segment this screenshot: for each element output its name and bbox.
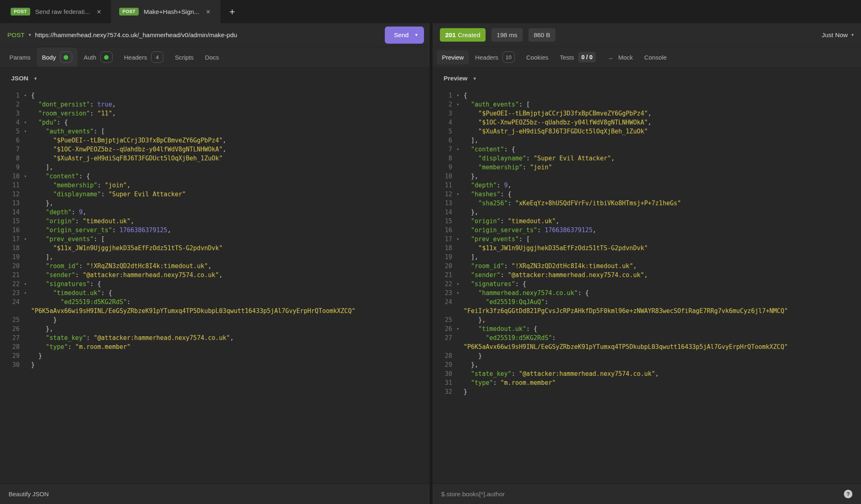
code-line[interactable]: 22▾"signatures": { [0, 280, 430, 289]
code-line[interactable]: 6], [433, 136, 861, 145]
code-line[interactable]: 5▾"auth_events": [ [0, 127, 430, 136]
response-tab-console[interactable]: Console [639, 50, 672, 64]
code-line[interactable]: 18"$11x_JW1n9UjggjhekD35aEfFzOdz51tTS-G2… [433, 244, 861, 253]
code-line[interactable]: 19], [0, 253, 430, 262]
code-line[interactable]: 8"displayname": "Super Evil Attacker", [433, 154, 861, 163]
code-line[interactable]: 20"room_id": "!XRqZN3zQD2dtHc8I4k:timedo… [0, 262, 430, 271]
request-tab-scripts[interactable]: Scripts [169, 50, 199, 64]
fold-caret-icon[interactable]: ▾ [452, 100, 464, 109]
beautify-json-button[interactable]: Beautify JSON [9, 491, 49, 497]
code-line[interactable]: 10▾"content": { [0, 172, 430, 181]
code-line[interactable]: 23▾"hammerhead.nexy7574.co.uk": { [433, 289, 861, 298]
code-line[interactable]: 26▾"timedout.uk": { [433, 324, 861, 333]
code-line[interactable]: 12▾"hashes": { [433, 190, 861, 199]
request-tab-docs[interactable]: Docs [200, 50, 224, 64]
code-line[interactable]: 24"ed25519:d5KG2RdS": [0, 298, 430, 306]
url-input[interactable]: https://hammerhead.nexy7574.co.uk/_hamme… [35, 31, 381, 39]
code-line[interactable]: 22▾"signatures": { [433, 280, 861, 289]
code-line[interactable]: 7"$1OC-XnwPEOZ5bz--qUahdbz-y04lfWdV8gNTL… [0, 145, 430, 154]
request-body-editor[interactable]: 1▾{2"dont_persist": true,3"room_version"… [0, 89, 430, 484]
code-line[interactable]: 2▾"auth_events": [ [433, 100, 861, 109]
fold-caret-icon[interactable]: ▾ [20, 127, 31, 136]
code-line[interactable]: 15"origin": "timedout.uk", [433, 217, 861, 226]
response-tab-headers[interactable]: Headers10 [470, 48, 520, 67]
code-line[interactable]: 3"room_version": "11", [0, 109, 430, 118]
code-line[interactable]: 5"$XuAstr_j-eH9diSqF8J6T3FGDUct5lOqXjBeh… [433, 127, 861, 136]
code-line[interactable]: 28} [433, 351, 861, 360]
help-icon[interactable]: ? [844, 490, 852, 498]
request-tab-params[interactable]: Params [4, 50, 36, 64]
response-tab-preview[interactable]: Preview [437, 50, 469, 64]
request-tab-body[interactable]: Body [37, 48, 78, 67]
code-line[interactable]: 13}, [0, 199, 430, 208]
new-tab-button[interactable]: + [220, 0, 244, 23]
code-line[interactable]: 1▾{ [433, 91, 861, 100]
code-line[interactable]: 16"origin_server_ts": 1766386379125, [433, 226, 861, 235]
code-line[interactable]: 30"state_key": "@attacker:hammerhead.nex… [433, 369, 861, 378]
code-line[interactable]: 21"sender": "@attacker:hammerhead.nexy75… [0, 271, 430, 280]
code-line[interactable]: 14}, [433, 208, 861, 217]
jsonpath-filter-input[interactable]: $.store.books[*].author [441, 491, 839, 498]
code-line[interactable]: 28"type": "m.room.member" [0, 342, 430, 351]
workspace-tab[interactable]: POSTSend raw federati...✕ [2, 0, 111, 23]
request-tab-auth[interactable]: Auth [78, 48, 118, 67]
pane-resize-handle[interactable] [430, 23, 433, 504]
code-line[interactable]: 8"$XuAstr_j-eH9diSqF8J6T3FGDUct5lOqXjBeh… [0, 154, 430, 163]
code-line[interactable]: 25} [0, 315, 430, 324]
code-line[interactable]: 4▾"pdu": { [0, 118, 430, 127]
request-tab-headers[interactable]: Headers4 [119, 48, 169, 67]
code-line-wrap[interactable]: "P6K5aAvx66wi9sH9INL/EeGSyZRbzeK91pYTumx… [0, 306, 430, 315]
code-line[interactable]: 11"depth": 9, [433, 181, 861, 190]
fold-caret-icon[interactable]: ▾ [20, 118, 31, 127]
fold-caret-icon[interactable]: ▾ [452, 280, 464, 289]
chevron-down-icon[interactable]: ▾ [34, 76, 37, 81]
response-tab-cookies[interactable]: Cookies [521, 50, 554, 64]
code-line[interactable]: 18"$11x_JW1n9UjggjhekD35aEfFzOdz51tTS-G2… [0, 244, 430, 253]
code-line[interactable]: 17▾"prev_events": [ [433, 235, 861, 244]
code-line[interactable]: 32} [433, 387, 861, 396]
code-line[interactable]: 10}, [433, 172, 861, 181]
code-line[interactable]: 9"membership": "join" [433, 163, 861, 172]
code-line[interactable]: 25}, [433, 315, 861, 324]
code-line[interactable]: 4"$1OC-XnwPEOZ5bz--qUahdbz-y04lfWdV8gNTL… [433, 118, 861, 127]
fold-caret-icon[interactable]: ▾ [20, 91, 31, 100]
close-icon[interactable]: ✕ [204, 8, 212, 16]
preview-mode-select[interactable]: Preview [444, 75, 468, 82]
chevron-down-icon[interactable]: ▾ [29, 32, 31, 38]
chevron-down-icon[interactable]: ▾ [415, 32, 417, 38]
code-line[interactable]: 6"$PueOEI--tLBmjptjaCCrj3D3fxBpCBmveZY6G… [0, 136, 430, 145]
chevron-down-icon[interactable]: ▾ [474, 76, 476, 81]
response-history-dropdown[interactable]: Just Now ▾ [822, 31, 854, 39]
request-method-select[interactable]: POST [7, 31, 24, 39]
fold-caret-icon[interactable]: ▾ [20, 172, 31, 181]
workspace-tab[interactable]: POSTMake+Hash+Sign...✕ [111, 0, 220, 23]
fold-caret-icon[interactable]: ▾ [20, 289, 31, 298]
code-line[interactable]: 29} [0, 351, 430, 360]
code-line[interactable]: 2"dont_persist": true, [0, 100, 430, 109]
fold-caret-icon[interactable]: ▾ [452, 190, 464, 199]
code-line[interactable]: 3"$PueOEI--tLBmjptjaCCrj3D3fxBpCBmveZY6G… [433, 109, 861, 118]
code-line[interactable]: 27"state_key": "@attacker:hammerhead.nex… [0, 333, 430, 342]
fold-caret-icon[interactable]: ▾ [452, 289, 464, 298]
code-line[interactable]: 24"ed25519:QqJAuQ": [433, 298, 861, 306]
fold-caret-icon[interactable]: ▾ [452, 324, 464, 333]
code-line[interactable]: 1▾{ [0, 91, 430, 100]
response-tab-tests[interactable]: Tests0 / 0 [555, 48, 601, 66]
code-line[interactable]: 11"membership": "join", [0, 181, 430, 190]
code-line[interactable]: 19], [433, 253, 861, 262]
fold-caret-icon[interactable]: ▾ [20, 280, 31, 289]
fold-caret-icon[interactable]: ▾ [452, 145, 464, 154]
send-button[interactable]: Send ▾ [385, 27, 424, 44]
response-body-viewer[interactable]: 1▾{2▾"auth_events": [3"$PueOEI--tLBmjptj… [433, 89, 861, 484]
fold-caret-icon[interactable]: ▾ [452, 235, 464, 244]
code-line[interactable]: 27"ed25519:d5KG2RdS": [433, 333, 861, 342]
code-line[interactable]: 13"sha256": "xKeEqYz+8hUSQdFVrFv/itbiVKo… [433, 199, 861, 208]
code-line[interactable]: 30} [0, 360, 430, 369]
code-line[interactable]: 7▾"content": { [433, 145, 861, 154]
code-line[interactable]: 26}, [0, 324, 430, 333]
code-line[interactable]: 17▾"prev_events": [ [0, 235, 430, 244]
code-line[interactable]: 14"depth": 9, [0, 208, 430, 217]
code-line[interactable]: 23▾"timedout.uk": { [0, 289, 430, 298]
code-line[interactable]: 15"origin": "timedout.uk", [0, 217, 430, 226]
code-line-wrap[interactable]: "P6K5aAvx66wi9sH9INL/EeGSyZRbzeK91pYTumx… [433, 342, 861, 351]
